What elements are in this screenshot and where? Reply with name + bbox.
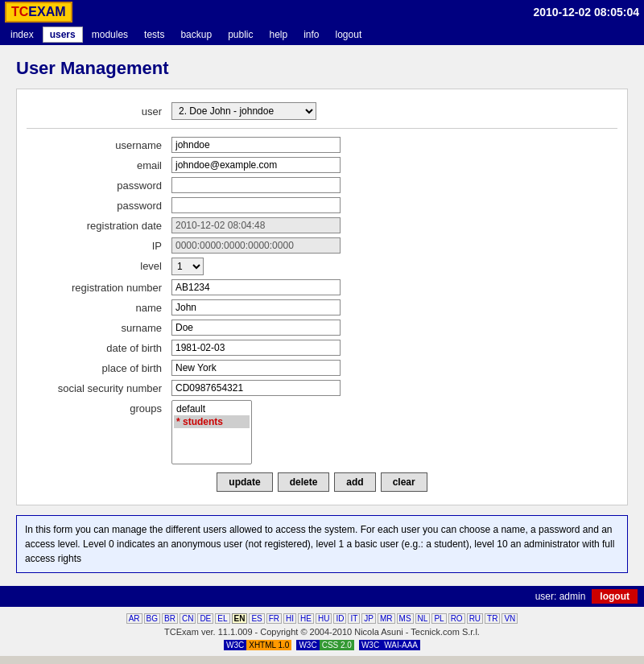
password2-label: password xyxy=(27,197,171,212)
regnumber-label: registration number xyxy=(27,279,171,294)
navigation: index users modules tests backup public … xyxy=(0,24,644,45)
nav-help[interactable]: help xyxy=(262,27,295,43)
lang-de[interactable]: DE xyxy=(197,613,213,624)
name-input-wrapper xyxy=(171,299,341,316)
nav-tests[interactable]: tests xyxy=(137,27,171,43)
regnumber-input-wrapper xyxy=(171,279,341,295)
lang-fr[interactable]: FR xyxy=(266,613,282,624)
footer-user-label: user: admin xyxy=(535,591,586,602)
lang-jp[interactable]: JP xyxy=(361,613,376,624)
main-content: User Management user 2. Doe John - johnd… xyxy=(0,45,644,586)
footer-bar: user: admin logout xyxy=(0,586,644,607)
logo-exam: EXAM xyxy=(28,5,65,19)
lang-it[interactable]: IT xyxy=(348,613,360,624)
nav-backup[interactable]: backup xyxy=(173,27,219,43)
pob-row: place of birth xyxy=(27,360,617,376)
buttons-row: update delete add clear xyxy=(27,472,617,492)
dob-input[interactable] xyxy=(171,340,341,356)
name-input[interactable] xyxy=(171,299,341,316)
groups-row: groups default * students xyxy=(27,400,617,464)
lang-bg[interactable]: BG xyxy=(144,613,160,624)
lang-ms[interactable]: MS xyxy=(397,613,414,624)
password-row: password xyxy=(27,177,617,193)
regdate-row: registration date xyxy=(27,217,617,233)
lang-es[interactable]: ES xyxy=(249,613,264,624)
nav-index[interactable]: index xyxy=(3,27,41,43)
divider xyxy=(27,128,617,129)
nav-info[interactable]: info xyxy=(296,27,326,43)
badge-xhtml: W3CXHTML 1.0 xyxy=(224,640,291,650)
password2-input[interactable] xyxy=(171,197,341,213)
footer-languages: AR BG BR CN DE EL EN ES FR HI HE HU ID I… xyxy=(3,613,641,624)
regnumber-input[interactable] xyxy=(171,279,341,295)
groups-listbox[interactable]: default * students xyxy=(171,400,252,464)
lang-el[interactable]: EL xyxy=(215,613,229,624)
password-label: password xyxy=(27,177,171,192)
level-row: level 1 0 10 xyxy=(27,258,617,275)
lang-ar[interactable]: AR xyxy=(126,613,142,624)
badge-css: W3CCSS 2.0 xyxy=(296,640,353,650)
info-box: In this form you can manage the differen… xyxy=(16,515,628,573)
dob-label: date of birth xyxy=(27,340,171,354)
ssn-input[interactable] xyxy=(171,380,341,396)
badge-wai: W3CWAI-AAA xyxy=(359,640,420,650)
user-select-wrapper: 2. Doe John - johndoe xyxy=(171,102,316,120)
ssn-row: social security number xyxy=(27,380,617,396)
name-row: name xyxy=(27,299,617,316)
lang-vn[interactable]: VN xyxy=(502,613,518,624)
lang-he[interactable]: HE xyxy=(298,613,314,624)
username-row: username xyxy=(27,137,617,153)
lang-ru[interactable]: RU xyxy=(467,613,483,624)
regdate-label: registration date xyxy=(27,217,171,232)
surname-input[interactable] xyxy=(171,320,341,336)
dob-input-wrapper xyxy=(171,340,341,356)
password2-input-wrapper xyxy=(171,197,341,213)
lang-ro[interactable]: RO xyxy=(448,613,465,624)
password-input-wrapper xyxy=(171,177,341,193)
footer-logout-button[interactable]: logout xyxy=(592,589,638,604)
nav-users[interactable]: users xyxy=(43,27,83,43)
lang-id[interactable]: ID xyxy=(333,613,346,624)
lang-mr[interactable]: MR xyxy=(378,613,395,624)
lang-br[interactable]: BR xyxy=(162,613,178,624)
lang-cn[interactable]: CN xyxy=(180,613,196,624)
username-input-wrapper xyxy=(171,137,341,153)
add-button[interactable]: add xyxy=(334,472,375,492)
lang-hi[interactable]: HI xyxy=(283,613,296,624)
email-row: email xyxy=(27,157,617,173)
level-select[interactable]: 1 0 10 xyxy=(171,258,204,275)
regdate-input-wrapper xyxy=(171,217,341,233)
ip-label: IP xyxy=(27,237,171,252)
clear-button[interactable]: clear xyxy=(381,472,427,492)
logo-tc: TC xyxy=(11,5,28,19)
regdate-input xyxy=(171,217,341,233)
info-text: In this form you can manage the differen… xyxy=(25,524,614,564)
nav-logout[interactable]: logout xyxy=(328,27,369,43)
delete-button[interactable]: delete xyxy=(278,472,330,492)
level-label: level xyxy=(27,258,171,272)
lang-hu[interactable]: HU xyxy=(316,613,332,624)
surname-row: surname xyxy=(27,320,617,336)
page-title: User Management xyxy=(16,58,628,79)
email-label: email xyxy=(27,157,171,171)
lang-nl[interactable]: NL xyxy=(415,613,431,624)
name-label: name xyxy=(27,299,171,314)
nav-modules[interactable]: modules xyxy=(85,27,135,43)
pob-input[interactable] xyxy=(171,360,341,376)
user-select[interactable]: 2. Doe John - johndoe xyxy=(171,102,316,120)
email-input[interactable] xyxy=(171,157,341,173)
update-button[interactable]: update xyxy=(217,472,272,492)
nav-public[interactable]: public xyxy=(221,27,260,43)
ip-input xyxy=(171,237,341,254)
level-input-wrapper: 1 0 10 xyxy=(171,258,204,275)
ssn-label: social security number xyxy=(27,380,171,394)
group-option-students[interactable]: * students xyxy=(174,415,250,428)
lang-tr[interactable]: TR xyxy=(485,613,500,624)
footer-copyright: TCExam ver. 11.1.009 - Copyright © 2004-… xyxy=(3,627,641,637)
logo: TCEXAM xyxy=(5,2,72,23)
username-input[interactable] xyxy=(171,137,341,153)
password-input[interactable] xyxy=(171,177,341,193)
lang-en[interactable]: EN xyxy=(232,613,248,624)
lang-pl[interactable]: PL xyxy=(431,613,446,624)
group-option-default[interactable]: default xyxy=(174,402,250,415)
